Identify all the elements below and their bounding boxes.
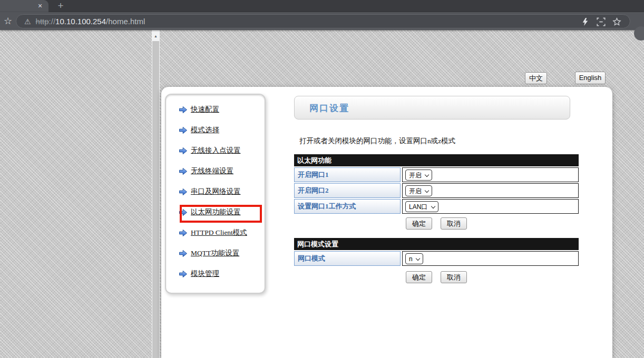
sidebar-item-mqtt[interactable]: MQTT功能设置	[179, 248, 265, 258]
table-row: 网口模式 n	[294, 251, 579, 266]
arrow-icon	[179, 208, 188, 216]
url-path: /home.html	[106, 17, 145, 26]
sidebar-item-httpd-client[interactable]: HTTPD Client模式	[179, 227, 265, 238]
sidebar-item-quick-config[interactable]: 快速配置	[179, 104, 265, 115]
scrollbar-thumb[interactable]	[152, 41, 159, 358]
new-tab-button[interactable]: +	[53, 0, 68, 12]
sidebar-item-label: 快速配置	[191, 105, 219, 114]
arrow-icon	[179, 106, 188, 114]
row-label: 开启网口1	[294, 167, 401, 182]
sidebar-item-label: 无线终端设置	[191, 166, 233, 176]
table-row: 开启网口1 开启	[294, 167, 579, 182]
confirm-button[interactable]: 确定	[406, 217, 432, 230]
arrow-icon	[179, 229, 188, 237]
page-background: ▲ 中文 English 快速配置 模式选择 无线接入点设置	[0, 30, 644, 358]
sidebar-item-label: 串口及网络设置	[191, 187, 241, 196]
sidebar-item-wireless-sta[interactable]: 无线终端设置	[179, 166, 265, 176]
table-row: 设置网口1工作方式 LAN口	[294, 199, 579, 214]
lightning-icon[interactable]	[581, 17, 590, 26]
sidebar-item-serial-network[interactable]: 串口及网络设置	[179, 186, 265, 197]
row-value-cell: 开启	[402, 167, 579, 182]
page-title-box: 网口设置	[294, 96, 570, 120]
ethernet-function-table: 以太网功能 开启网口1 开启 开启网口2 开启	[294, 154, 579, 215]
port-mode-select-wrap: n	[405, 253, 423, 264]
scrollbar-up-arrow-icon[interactable]: ▲	[152, 33, 160, 39]
cancel-button[interactable]: 取消	[441, 271, 467, 283]
row-label: 网口模式	[294, 251, 401, 266]
page-title: 网口设置	[309, 102, 570, 114]
frame-scrollbar[interactable]: ▲	[152, 30, 160, 358]
content-panel: 快速配置 模式选择 无线接入点设置 无线终端设置 串口及网络设置 以太网功能设置	[161, 87, 612, 358]
page-description: 打开或者关闭模块的网口功能，设置网口n或z模式	[299, 136, 455, 146]
url-text[interactable]: http://10.10.100.254/home.html	[36, 17, 145, 26]
arrow-icon	[179, 250, 188, 257]
url-bar[interactable]: ⚠ http://10.10.100.254/home.html	[16, 14, 630, 28]
table-header: 网口模式设置	[294, 238, 579, 250]
table-header: 以太网功能	[294, 154, 579, 166]
row-label: 开启网口2	[294, 183, 401, 198]
port-mode-select[interactable]: n	[406, 254, 423, 264]
favorites-star-icon[interactable]: ☆	[2, 15, 14, 27]
tab-strip: × +	[0, 0, 644, 12]
arrow-icon	[179, 188, 188, 196]
browser-tab[interactable]: ×	[0, 0, 48, 12]
sidebar-item-mode-select[interactable]: 模式选择	[179, 125, 265, 135]
sidebar-item-label: 以太网功能设置	[191, 207, 241, 217]
sidebar-item-label: 模块管理	[191, 269, 219, 279]
bookmark-star-icon[interactable]	[612, 17, 621, 26]
not-secure-warning-icon[interactable]: ⚠	[24, 18, 31, 25]
confirm-button[interactable]: 确定	[406, 271, 432, 283]
cancel-button[interactable]: 取消	[441, 217, 467, 230]
url-separator: ://	[49, 17, 56, 26]
url-host: 10.10.100.254	[55, 17, 106, 26]
port1-workmode-select[interactable]: LAN口	[406, 202, 438, 212]
port1-workmode-select-wrap: LAN口	[405, 201, 438, 212]
row-value-cell: LAN口	[402, 199, 579, 214]
screen-capture-icon[interactable]	[597, 17, 606, 26]
arrow-icon	[179, 167, 188, 175]
port-mode-table: 网口模式设置 网口模式 n	[294, 238, 579, 267]
sidebar-item-label: 模式选择	[191, 125, 219, 135]
browser-chrome: × + ☆ ⚠ http://10.10.100.254/home.html	[0, 0, 644, 30]
browser-toolbar: ☆ ⚠ http://10.10.100.254/home.html	[0, 12, 644, 30]
language-chinese-button[interactable]: 中文	[525, 72, 547, 84]
sidebar-item-module-management[interactable]: 模块管理	[179, 268, 265, 279]
arrow-icon	[179, 270, 188, 278]
url-bar-actions	[581, 15, 621, 29]
sidebar-menu: 快速配置 模式选择 无线接入点设置 无线终端设置 串口及网络设置 以太网功能设置	[165, 94, 266, 294]
sidebar-item-wireless-ap[interactable]: 无线接入点设置	[179, 145, 265, 156]
sidebar-item-label: HTTPD Client模式	[191, 228, 247, 237]
url-protocol: http	[36, 17, 49, 26]
port2-enable-select[interactable]: 开启	[406, 186, 432, 196]
row-label: 设置网口1工作方式	[294, 199, 401, 214]
ethernet-table-buttons: 确定 取消	[294, 217, 579, 230]
language-english-button[interactable]: English	[575, 72, 606, 84]
row-value-cell: n	[402, 251, 579, 266]
port1-enable-select[interactable]: 开启	[406, 170, 432, 180]
sidebar-item-label: MQTT功能设置	[191, 248, 239, 258]
port2-enable-select-wrap: 开启	[405, 185, 432, 196]
arrow-icon	[179, 147, 188, 155]
port-mode-table-buttons: 确定 取消	[294, 271, 579, 283]
arrow-icon	[179, 126, 188, 134]
table-row: 开启网口2 开启	[294, 183, 579, 198]
port1-enable-select-wrap: 开启	[405, 170, 432, 181]
sidebar-item-label: 无线接入点设置	[191, 146, 241, 155]
sidebar-item-ethernet-function[interactable]: 以太网功能设置	[179, 207, 265, 217]
row-value-cell: 开启	[402, 183, 579, 198]
tab-close-icon[interactable]: ×	[36, 2, 44, 10]
